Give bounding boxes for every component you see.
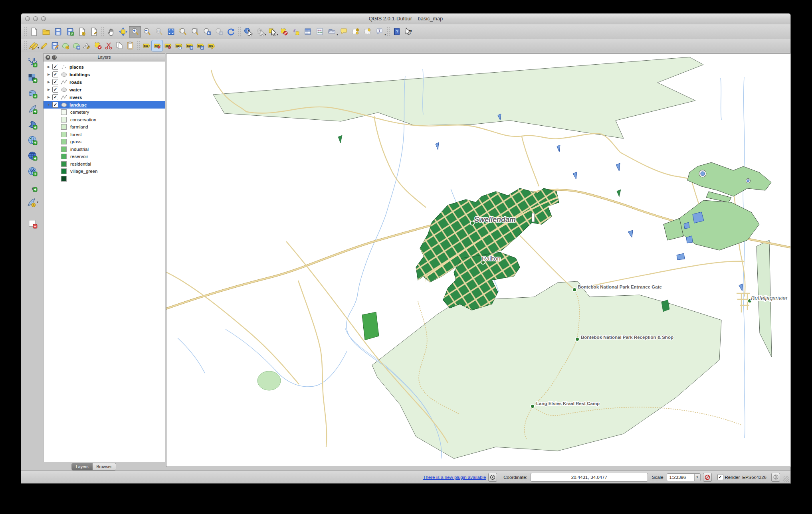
add-spatialite-layer-icon[interactable] [25,102,40,115]
zoom-in-icon[interactable] [129,26,141,38]
cut-features-icon[interactable] [103,40,114,51]
chevron-down-icon[interactable]: ▼ [694,474,700,481]
measure-icon[interactable]: ▾ [326,26,338,38]
move-label-icon[interactable] [184,40,195,51]
legend-row[interactable]: residential [44,160,165,168]
map-tips-icon[interactable] [338,26,350,38]
expander-icon[interactable]: ▶ [46,88,51,91]
toolbar-handle[interactable] [387,27,390,37]
save-layer-edits-icon[interactable] [50,40,60,51]
coordinate-input[interactable] [531,473,648,482]
remove-layer-icon[interactable] [25,217,40,230]
node-tool-icon[interactable] [82,40,93,51]
layer-row-water[interactable]: ▶✓water [44,86,165,93]
help-contents-icon[interactable]: ? [391,26,403,38]
layer-name[interactable]: water [69,87,81,92]
layer-checkbox[interactable]: ✓ [52,79,58,85]
render-checkbox[interactable]: ✓ [717,474,723,480]
delete-selected-icon[interactable] [93,40,103,51]
layer-checkbox[interactable]: ✓ [52,102,58,108]
layer-checkbox[interactable]: ✓ [52,94,58,100]
zoom-to-selection-icon[interactable] [177,26,189,38]
add-postgis-layer-icon[interactable] [25,87,40,100]
layer-checkbox[interactable]: ✓ [52,64,58,70]
layer-name[interactable]: rivers [69,95,82,100]
zoom-full-extent-icon[interactable] [165,26,177,38]
layer-row-places[interactable]: ▶✓places [44,63,165,71]
refresh-map-icon[interactable] [225,26,237,38]
scale-combo[interactable]: 1:23396 ▼ [667,473,701,481]
layer-name[interactable]: buildings [69,72,90,77]
legend-row[interactable]: forest [44,131,165,138]
add-wcs-layer-icon[interactable] [25,149,40,162]
add-wms-layer-icon[interactable] [25,133,40,146]
add-delimited-text-icon[interactable]: , [25,180,40,193]
copy-features-icon[interactable] [114,40,125,51]
expander-icon[interactable]: ▶ [46,80,51,84]
layer-name[interactable]: landuse [69,103,87,107]
zoom-out-icon[interactable] [141,26,153,38]
select-features-icon[interactable]: ▾ [266,26,278,38]
layer-row-rivers[interactable]: ▶✓rivers [44,93,165,101]
legend-row[interactable]: village_green [44,168,165,175]
layer-name[interactable]: places [69,65,84,69]
legend-row[interactable]: farmland [44,123,165,131]
whats-this-icon[interactable]: ? [403,26,415,38]
layers-panel-header[interactable]: ✕ ❐ Layers [44,54,165,61]
show-hide-labels-icon[interactable] [173,40,184,51]
save-project-as-icon[interactable] [64,26,76,38]
zoom-last-icon[interactable] [201,26,213,38]
layer-checkbox[interactable]: ✓ [52,71,58,77]
layer-row-landuse[interactable]: ▼✓landuse [44,101,165,109]
layer-checkbox[interactable]: ✓ [52,87,58,93]
rotate-label-icon[interactable] [195,40,206,51]
labeling-icon[interactable] [141,40,152,51]
layer-row-roads[interactable]: ▶✓roads [44,78,165,86]
deselect-features-icon[interactable] [278,26,290,38]
toolbar-handle[interactable] [238,27,241,37]
toolbar-handle[interactable] [137,41,140,51]
stop-render-icon[interactable] [703,473,712,482]
legend-row[interactable]: reservoir [44,153,165,160]
layer-name[interactable]: roads [69,80,82,85]
zoom-to-layer-icon[interactable] [189,26,201,38]
crs-globe-icon[interactable] [771,473,780,482]
open-project-icon[interactable] [40,26,52,38]
expander-icon[interactable]: ▶ [46,73,51,76]
tab-browser[interactable]: Browser [93,463,116,470]
move-feature-icon[interactable] [71,40,82,51]
toolbar-handle[interactable] [24,27,27,37]
pan-map-icon[interactable] [105,26,117,38]
add-mssql-layer-icon[interactable] [25,118,40,131]
expander-icon[interactable]: ▶ [46,65,51,69]
layer-row-buildings[interactable]: ▶✓buildings [44,71,165,78]
add-feature-icon[interactable] [60,40,71,51]
title-bar[interactable]: QGIS 2.0.1-Dufour – basic_map [21,14,790,25]
toolbar-handle[interactable] [24,41,27,51]
legend-row[interactable]: grass [44,138,165,146]
pan-to-selection-icon[interactable] [117,26,129,38]
current-edits-icon[interactable]: ▾ [28,40,39,51]
change-label-icon[interactable] [206,40,216,51]
new-composer-icon[interactable] [76,26,88,38]
open-attribute-table-icon[interactable] [302,26,314,38]
legend-row[interactable] [44,175,165,183]
add-raster-layer-icon[interactable] [25,71,40,84]
add-wfs-layer-icon[interactable] [25,164,40,178]
move-label-active-icon[interactable] [152,40,162,51]
field-calculator-icon[interactable] [314,26,326,38]
pin-label-icon[interactable] [162,40,173,51]
composer-manager-icon[interactable] [88,26,100,38]
expander-icon[interactable]: ▼ [46,103,51,107]
expander-icon[interactable]: ▶ [46,95,51,99]
zoom-native-icon[interactable]: 1:1 [153,26,165,38]
select-by-expression-icon[interactable]: ε [290,26,302,38]
toolbar-handle[interactable] [101,27,104,37]
text-annotation-icon[interactable]: T▾ [374,26,386,38]
new-bookmark-icon[interactable] [350,26,362,38]
new-project-icon[interactable] [28,26,40,38]
add-vector-layer-icon[interactable] [25,55,40,69]
zoom-next-icon[interactable] [213,26,225,38]
legend-row[interactable]: cemetery [44,109,165,116]
plugin-available-link[interactable]: There is a new plugin available [423,475,486,480]
